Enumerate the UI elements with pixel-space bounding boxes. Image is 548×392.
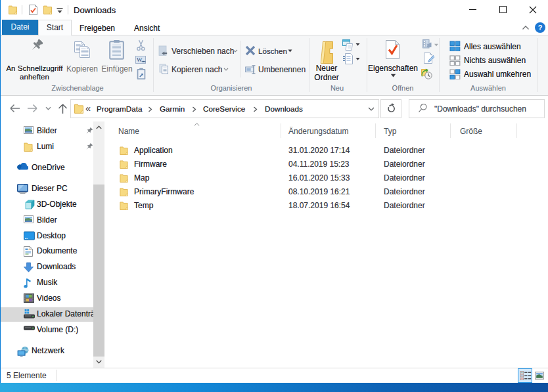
svg-text:W: W	[137, 56, 143, 63]
